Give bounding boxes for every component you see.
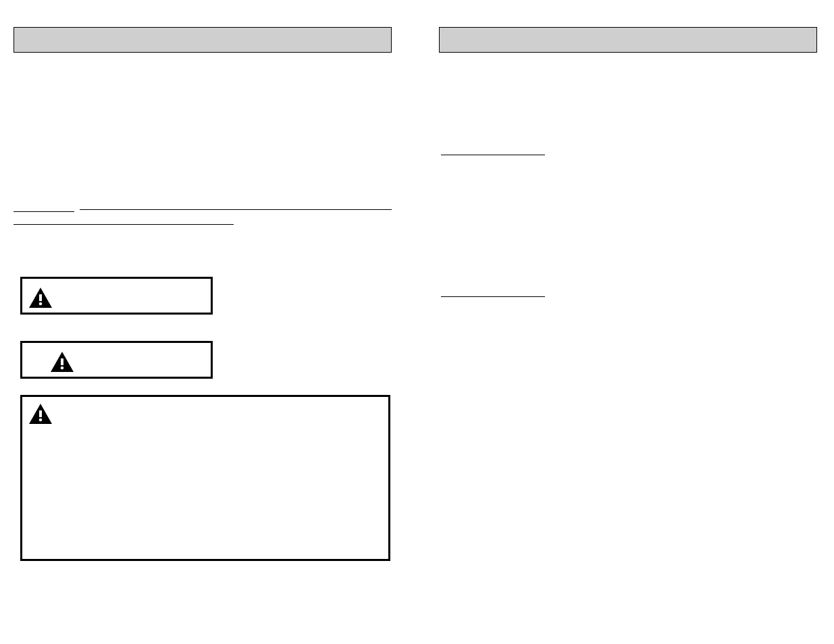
right-column [439,27,817,53]
rule-left-2 [80,209,392,210]
rule-left-1 [14,211,74,212]
svg-rect-2 [61,358,63,365]
svg-point-5 [39,419,43,422]
warning-icon [51,352,74,372]
rule-right-2 [441,296,545,297]
svg-rect-0 [39,294,42,301]
rule-right-1 [441,155,545,155]
warning-box-2 [20,341,213,379]
warning-box-1 [20,277,213,315]
warning-icon [29,404,52,424]
warning-icon [29,288,52,308]
svg-rect-4 [39,410,42,417]
left-section-header [14,27,392,53]
right-section-header [439,27,817,53]
left-column [14,27,392,53]
warning-box-3 [20,395,390,561]
rule-left-3 [14,224,234,225]
svg-point-1 [39,302,43,306]
svg-point-3 [61,367,64,370]
